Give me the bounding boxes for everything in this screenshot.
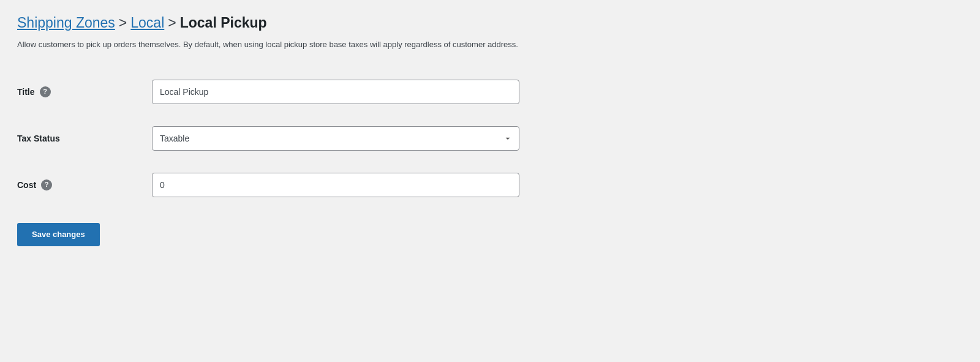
breadcrumb: Shipping Zones > Local > Local Pickup — [17, 15, 963, 31]
cost-label-text: Cost — [17, 180, 36, 190]
breadcrumb-link-local[interactable]: Local — [130, 15, 164, 31]
breadcrumb-current: Local Pickup — [180, 15, 267, 31]
title-label: Title ? — [17, 86, 152, 97]
tax-status-label-text: Tax Status — [17, 134, 60, 143]
breadcrumb-separator-2: > — [168, 15, 176, 31]
page-description: Allow customers to pick up orders themse… — [17, 39, 963, 51]
cost-help-icon[interactable]: ? — [41, 179, 52, 190]
settings-form: Title ? Tax Status Taxable None Cost ? — [17, 69, 963, 208]
breadcrumb-link-shipping-zones[interactable]: Shipping Zones — [17, 15, 115, 31]
tax-status-label: Tax Status — [17, 134, 152, 143]
title-input[interactable] — [152, 80, 519, 104]
tax-status-field: Taxable None — [152, 126, 963, 151]
cost-row: Cost ? — [17, 162, 963, 208]
title-row: Title ? — [17, 69, 963, 115]
cost-field — [152, 173, 963, 197]
tax-status-select[interactable]: Taxable None — [152, 126, 519, 151]
tax-status-row: Tax Status Taxable None — [17, 115, 963, 162]
title-field — [152, 80, 963, 104]
cost-label: Cost ? — [17, 179, 152, 190]
cost-input[interactable] — [152, 173, 519, 197]
title-label-text: Title — [17, 87, 35, 97]
save-changes-button[interactable]: Save changes — [17, 223, 100, 246]
breadcrumb-separator-1: > — [119, 15, 127, 31]
title-help-icon[interactable]: ? — [40, 86, 51, 97]
